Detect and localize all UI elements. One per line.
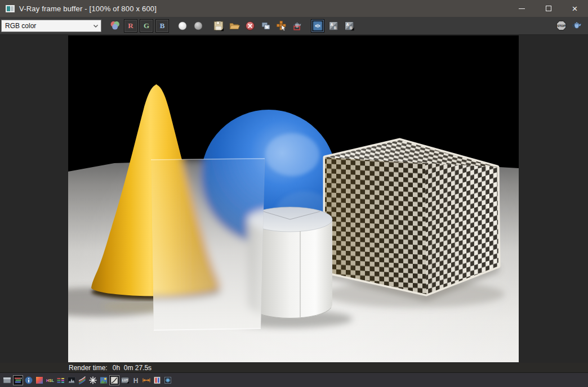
hsl-button[interactable]: HSL <box>45 375 55 385</box>
svg-text:B: B <box>350 25 353 29</box>
stereo-arrows-icon <box>142 376 151 385</box>
render-time-value: 0h 0m 27.5s <box>113 364 152 372</box>
rgb-channels-button[interactable] <box>108 19 122 33</box>
corrections-toolbar: HSL <box>0 372 588 387</box>
compare-horizontal-icon <box>311 20 324 32</box>
ocio-button[interactable] <box>163 375 173 385</box>
levels-button[interactable] <box>66 375 77 385</box>
render-image <box>68 35 519 362</box>
maximize-button[interactable] <box>535 0 562 17</box>
vray-frame-buffer-window: { "window": { "title": "V-Ray frame buff… <box>0 0 588 387</box>
track-mouse-button[interactable] <box>275 19 288 33</box>
separate-channels-button[interactable] <box>2 375 12 385</box>
render-time-label: Render time: <box>69 364 108 372</box>
svg-text:B: B <box>334 25 337 29</box>
window-icon <box>3 376 12 385</box>
color-balance-button[interactable] <box>56 375 66 385</box>
ab-vertical-icon: A B <box>343 20 355 32</box>
app-icon-left <box>7 6 10 11</box>
region-render-button[interactable] <box>291 19 304 33</box>
white-balance-icon <box>88 376 97 385</box>
minimize-icon <box>519 8 525 9</box>
red-channel-icon: R <box>128 21 133 30</box>
save-icon <box>212 20 225 32</box>
render-teapot-icon <box>571 19 583 32</box>
titlebar: V-Ray frame buffer - [100% of 800 x 600]… <box>0 0 588 17</box>
alpha-circle-icon <box>176 20 189 32</box>
statusbar: Render time: 0h 0m 27.5s <box>0 363 588 372</box>
lut-button[interactable]: LUT <box>120 375 130 385</box>
main-toolbar: RGB color R G B <box>0 17 588 35</box>
duplicate-to-host-button[interactable] <box>259 19 273 33</box>
app-icon-right <box>11 6 14 11</box>
close-icon: × <box>572 4 578 14</box>
window-title: V-Ray frame buffer - [100% of 800 x 600] <box>19 4 157 13</box>
render-viewport <box>0 35 588 363</box>
open-folder-icon <box>228 20 240 32</box>
region-render-teapot-icon <box>291 20 304 32</box>
ocio-asterisk-icon <box>163 376 172 385</box>
app-icon <box>6 5 15 12</box>
blue-channel-icon: B <box>160 21 165 30</box>
channel-select-value: RGB color <box>5 22 36 30</box>
svg-text:STOP: STOP <box>557 24 565 28</box>
curve-balance-icon <box>78 376 87 385</box>
maximize-icon <box>546 6 551 11</box>
red-channel-button[interactable]: R <box>124 19 137 33</box>
svg-text:A: A <box>331 22 333 26</box>
color-corrections-button[interactable] <box>34 375 44 385</box>
channel-select[interactable]: RGB color <box>1 20 101 32</box>
minimize-button[interactable] <box>509 0 535 17</box>
close-button[interactable]: × <box>562 0 588 17</box>
white-balance-button[interactable] <box>88 375 98 385</box>
svg-text:H: H <box>133 376 139 384</box>
icc-bars-icon <box>153 376 162 385</box>
render-elements-icon <box>14 376 23 385</box>
chevron-down-icon <box>93 24 99 28</box>
stereo-button[interactable] <box>141 375 152 385</box>
heatmap-button[interactable]: H <box>131 375 141 385</box>
alpha-channel-button[interactable] <box>176 19 189 33</box>
checker-cube <box>325 140 498 294</box>
hsl-icon: HSL <box>46 376 55 385</box>
icc-profile-button[interactable] <box>152 375 162 385</box>
duplicate-icon <box>260 20 272 32</box>
color-balance-icon <box>56 376 65 385</box>
levels-histogram-icon <box>67 376 76 385</box>
svg-text:HSL: HSL <box>46 379 55 382</box>
save-image-button[interactable] <box>212 19 225 33</box>
stop-icon: STOP <box>555 19 568 32</box>
pixel-info-button[interactable] <box>24 375 34 385</box>
load-image-button[interactable] <box>228 19 241 33</box>
window-controls: × <box>509 0 588 17</box>
rgb-channels-icon <box>109 20 121 32</box>
curves-button[interactable] <box>109 375 119 385</box>
blue-channel-button[interactable]: B <box>155 19 169 33</box>
green-channel-button[interactable]: G <box>140 19 153 33</box>
ab-horizontal-button[interactable]: A B <box>327 19 340 33</box>
clear-image-button[interactable] <box>243 19 257 33</box>
track-mouse-icon <box>275 20 288 32</box>
svg-text:A: A <box>346 22 349 26</box>
info-icon <box>24 376 33 385</box>
gradient-icon <box>35 376 44 385</box>
stop-render-button[interactable]: STOP <box>554 19 568 33</box>
render-last-button[interactable] <box>570 19 583 33</box>
curves-icon <box>110 376 119 385</box>
green-channel-icon: G <box>144 21 149 30</box>
ab-vertical-button[interactable]: A B <box>342 19 356 33</box>
curve-balance-button[interactable] <box>77 375 87 385</box>
show-pixel-compare-button[interactable] <box>311 19 324 33</box>
exposure-icon <box>99 376 108 385</box>
ab-horizontal-icon: A B <box>327 20 340 32</box>
monochromatic-button[interactable] <box>191 19 205 33</box>
exposure-button[interactable] <box>99 375 109 385</box>
lut-icon: LUT <box>121 376 130 385</box>
rendered-scene <box>68 35 519 362</box>
render-elements-button[interactable] <box>13 375 23 385</box>
gray-circle-icon <box>192 20 204 32</box>
svg-text:LUT: LUT <box>122 379 128 382</box>
heatmap-h-icon: H <box>131 376 140 385</box>
clear-image-icon <box>244 20 256 32</box>
